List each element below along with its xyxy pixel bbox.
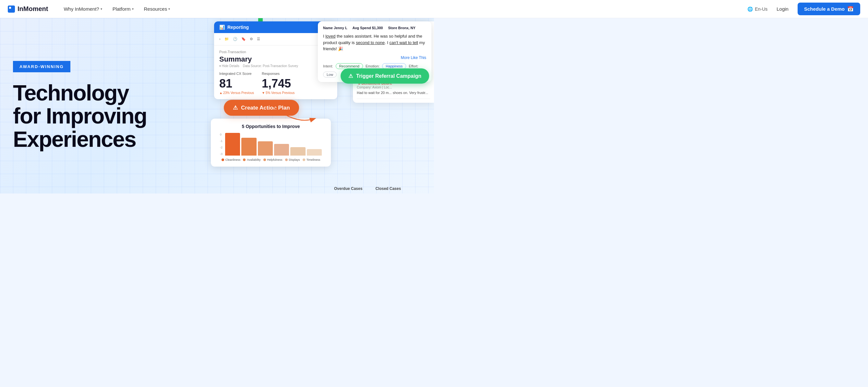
- opp-bar-6: [307, 149, 322, 156]
- nav-platform[interactable]: Platform ▾: [108, 4, 137, 14]
- chevron-down-icon: ▾: [100, 7, 102, 11]
- nav-clock: 🕐: [233, 36, 238, 42]
- hero-right: 📊 Reporting › 📁 🕐 🔖 ⚙ ☰ Post-Transaction…: [195, 18, 434, 193]
- nav-folder: 📁: [224, 36, 229, 42]
- overdue-cases-label: Overdue Cases: [334, 186, 362, 191]
- opp-bar-5: [290, 147, 305, 156]
- hero-section: AWARD-WINNING Technology for Improving E…: [0, 18, 434, 193]
- warning-icon: ⚠: [348, 73, 353, 79]
- opp-bar-1: [225, 133, 240, 156]
- review-text: I loved the sales assistant. He was so h…: [323, 33, 426, 52]
- closed-cases-label: Closed Cases: [375, 186, 401, 191]
- opp-bar-2: [241, 138, 256, 156]
- award-badge: AWARD-WINNING: [13, 61, 70, 72]
- bottom-labels: Overdue Cases Closed Cases: [334, 186, 401, 191]
- nav-menu: ☰: [257, 36, 260, 42]
- more-like-this-link[interactable]: More Like This: [323, 56, 426, 60]
- create-action-plan-button[interactable]: ⚠ Create Action Plan: [224, 100, 299, 116]
- logo-text: InMoment: [18, 5, 48, 13]
- logo[interactable]: InMoment: [8, 5, 48, 13]
- nav-links: Why InMoment? ▾ Platform ▾ Resources ▾: [60, 4, 434, 14]
- effort-tag: Low: [323, 72, 337, 77]
- metric-cx-score: Integrated CX Score 81 ▲ 23% Versus Prev…: [219, 72, 254, 95]
- opp-bar-4: [274, 144, 289, 156]
- nav-arrow: ›: [219, 36, 221, 42]
- metric-responses: Responses 1,745 ▼ 5% Versus Previous: [262, 72, 294, 95]
- hero-left: AWARD-WINNING Technology for Improving E…: [0, 18, 188, 193]
- review-meta: Name Jenny L Avg Spend $1,300 Store Bron…: [323, 26, 426, 30]
- hero-title: Technology for Improving Experiences: [13, 82, 175, 151]
- chevron-down-icon: ▾: [132, 7, 134, 11]
- nav-bookmark: 🔖: [241, 36, 246, 42]
- warning-icon: ⚠: [233, 104, 238, 111]
- intent-tag: Recommend: [336, 63, 363, 69]
- nav-filter: ⚙: [250, 36, 253, 42]
- reporting-metrics: Integrated CX Score 81 ▲ 23% Versus Prev…: [219, 72, 332, 95]
- nav-resources[interactable]: Resources ▾: [140, 4, 174, 14]
- chevron-down-icon: ▾: [168, 7, 170, 11]
- opportunities-panel: 5 Opportunities to Improve 0 -1 -2 -3 Cl…: [211, 119, 331, 167]
- navigation: InMoment Why InMoment? ▾ Platform ▾ Reso…: [0, 0, 434, 18]
- nav-why-inmoment[interactable]: Why InMoment? ▾: [60, 4, 106, 14]
- trigger-referral-button[interactable]: ⚠ Trigger Referral Campaign: [341, 68, 429, 84]
- logo-icon: [8, 5, 15, 13]
- opp-bar-3: [258, 141, 273, 156]
- emotion-tag: Happiness: [382, 63, 406, 69]
- opportunities-legend: Cleanliness Availability Helpfulness Dis…: [216, 158, 326, 161]
- opportunities-chart: 0 -1 -2 -3: [216, 133, 326, 156]
- reporting-icon: 📊: [219, 25, 225, 30]
